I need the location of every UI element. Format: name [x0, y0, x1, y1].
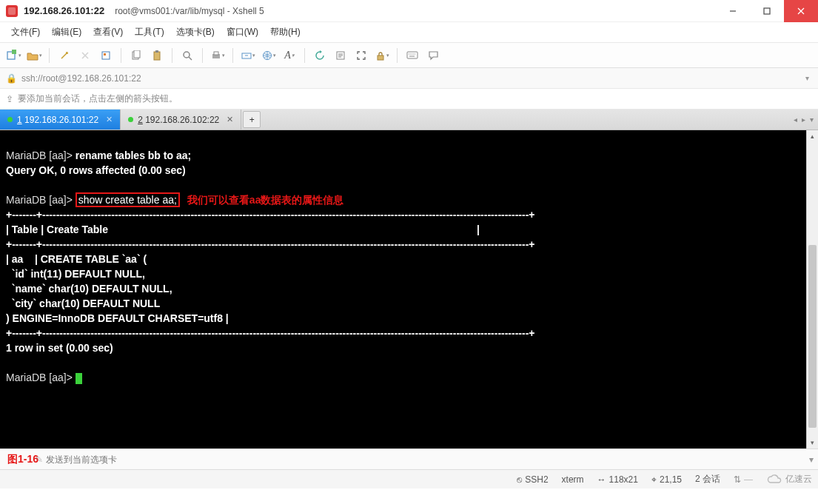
- tab-menu-icon[interactable]: ▾: [810, 115, 814, 124]
- status-sessions: 2 会话: [695, 473, 720, 485]
- status-size: ↔118x21: [597, 474, 638, 485]
- scroll-thumb[interactable]: [808, 245, 817, 428]
- compose-input[interactable]: [46, 454, 806, 465]
- term-line: +-------+-------------------------------…: [6, 327, 535, 339]
- tab1-index: 1: [17, 115, 22, 125]
- menu-tabs[interactable]: 选项卡(B): [171, 23, 220, 41]
- svg-line-13: [189, 57, 192, 60]
- hint-text: 要添加当前会话，点击左侧的箭头按钮。: [18, 93, 178, 105]
- toolbar-sep: [304, 48, 305, 63]
- term-line: +-------+-------------------------------…: [6, 209, 535, 221]
- terminal-wrapper: MariaDB [aa]> rename tables bb to aa; Qu…: [0, 130, 818, 448]
- svg-rect-11: [155, 50, 158, 53]
- status-term: xterm: [562, 474, 584, 485]
- figure-label: 图1-16: [7, 453, 38, 466]
- terminal-output[interactable]: MariaDB [aa]> rename tables bb to aa; Qu…: [0, 130, 818, 448]
- link-icon: ⎋: [517, 474, 522, 485]
- status-dot-icon: [7, 117, 13, 122]
- transfer-button[interactable]: ▾: [239, 47, 257, 64]
- tab1-label: 192.168.26.101:22: [24, 115, 98, 125]
- term-line: `city` char(10) DEFAULT NULL: [6, 298, 160, 309]
- script-button[interactable]: [332, 47, 349, 64]
- minimize-button[interactable]: [716, 0, 750, 22]
- tab-prev-icon[interactable]: ◂: [794, 115, 797, 124]
- refresh-button[interactable]: [311, 47, 329, 64]
- close-tab-icon[interactable]: ✕: [106, 115, 113, 124]
- arrow-tip-icon[interactable]: ⇪: [6, 94, 13, 104]
- menu-help[interactable]: 帮助(H): [265, 23, 306, 41]
- properties-button[interactable]: [97, 47, 115, 64]
- cursor-icon: [76, 373, 82, 384]
- toolbar-sep: [397, 48, 398, 63]
- paste-button[interactable]: [148, 47, 166, 64]
- toolbar-sep: [172, 48, 172, 63]
- tab2-label: 192.168.26.102:22: [145, 115, 219, 125]
- new-tab-button[interactable]: +: [243, 111, 261, 128]
- svg-rect-10: [154, 52, 160, 60]
- svg-rect-7: [104, 53, 106, 56]
- toolbar-sep: [121, 48, 121, 63]
- scrollbar[interactable]: ▴ ▾: [806, 130, 818, 448]
- brand-watermark: 亿速云: [766, 473, 812, 485]
- session-tab-2[interactable]: 2 192.168.26.102:22 ✕: [121, 110, 241, 130]
- app-logo: [6, 5, 18, 17]
- svg-point-12: [184, 52, 190, 58]
- maximize-button[interactable]: [750, 0, 784, 22]
- term-line: MariaDB [aa]>: [6, 149, 76, 161]
- highlighted-command: show create table aa;: [76, 192, 180, 207]
- address-url[interactable]: ssh://root@192.168.26.101:22: [21, 73, 798, 84]
- menu-tools[interactable]: 工具(T): [130, 23, 169, 41]
- tab-next-icon[interactable]: ▸: [802, 115, 805, 124]
- term-cmd: rename tables bb to aa;: [76, 149, 191, 161]
- lock-button[interactable]: ▾: [373, 47, 391, 64]
- reconnect-button[interactable]: [56, 47, 73, 64]
- font-button[interactable]: A▾: [281, 47, 298, 64]
- close-button[interactable]: [784, 0, 818, 22]
- compose-dropdown-icon[interactable]: ▾: [809, 454, 814, 465]
- keyboard-button[interactable]: [403, 47, 421, 64]
- session-tab-1[interactable]: 1 192.168.26.101:22 ✕: [0, 110, 121, 130]
- term-line: +-------+-------------------------------…: [6, 238, 535, 250]
- status-bar: ⎋SSH2 xterm ↔118x21 ⌖21,15 2 会话 ⇅ — 亿速云: [0, 469, 818, 488]
- title-ip: 192.168.26.101:22: [24, 5, 104, 16]
- scroll-down-icon[interactable]: ▾: [807, 437, 818, 448]
- position-icon: ⌖: [651, 474, 657, 485]
- term-prompt: MariaDB [aa]>: [6, 372, 76, 383]
- address-dropdown[interactable]: ▾: [802, 73, 812, 84]
- svg-rect-1: [764, 8, 770, 14]
- find-button[interactable]: [178, 47, 196, 64]
- close-tab-icon[interactable]: ✕: [227, 115, 233, 124]
- tab-bar: 1 192.168.26.101:22 ✕ 2 192.168.26.102:2…: [0, 110, 818, 130]
- term-line: 1 row in set (0.00 sec): [6, 342, 113, 354]
- scroll-up-icon[interactable]: ▴: [807, 130, 818, 142]
- svg-rect-20: [407, 52, 418, 58]
- disconnect-button[interactable]: [76, 47, 94, 64]
- open-button[interactable]: ▾: [25, 47, 43, 64]
- menu-file[interactable]: 文件(F): [6, 23, 45, 41]
- menu-edit[interactable]: 编辑(E): [47, 23, 87, 41]
- fullscreen-button[interactable]: [352, 47, 370, 64]
- cloud-icon: [766, 474, 782, 485]
- window-controls: [716, 0, 818, 22]
- copy-button[interactable]: [127, 47, 145, 64]
- menu-view[interactable]: 查看(V): [88, 23, 128, 41]
- chat-button[interactable]: [424, 47, 442, 64]
- address-bar: 🔒 ssh://root@192.168.26.101:22 ▾: [0, 68, 818, 89]
- toolbar: ▾ ▾ ▾ ▾ ▾ A▾ ▾: [0, 43, 818, 68]
- menu-bar: 文件(F) 编辑(E) 查看(V) 工具(T) 选项卡(B) 窗口(W) 帮助(…: [0, 22, 818, 43]
- toolbar-sep: [49, 48, 50, 63]
- term-line: | aa | CREATE TABLE `aa` (: [6, 253, 147, 265]
- print-button[interactable]: ▾: [209, 47, 227, 64]
- compose-send-icon[interactable]: ✎: [36, 454, 43, 465]
- term-line: | Table | Create Table |: [6, 224, 480, 235]
- scroll-track[interactable]: [807, 142, 818, 437]
- new-session-button[interactable]: ▾: [4, 47, 22, 64]
- term-line: `name` char(10) DEFAULT NULL,: [6, 283, 172, 295]
- status-arrows[interactable]: ⇅ —: [734, 474, 753, 485]
- toolbar-sep: [202, 48, 203, 63]
- menu-window[interactable]: 窗口(W): [221, 23, 264, 41]
- tab-nav: ◂ ▸ ▾: [789, 110, 818, 130]
- language-button[interactable]: ▾: [260, 47, 278, 64]
- hint-bar: ⇪ 要添加当前会话，点击左侧的箭头按钮。: [0, 89, 818, 110]
- term-line: ) ENGINE=InnoDB DEFAULT CHARSET=utf8 |: [6, 312, 229, 324]
